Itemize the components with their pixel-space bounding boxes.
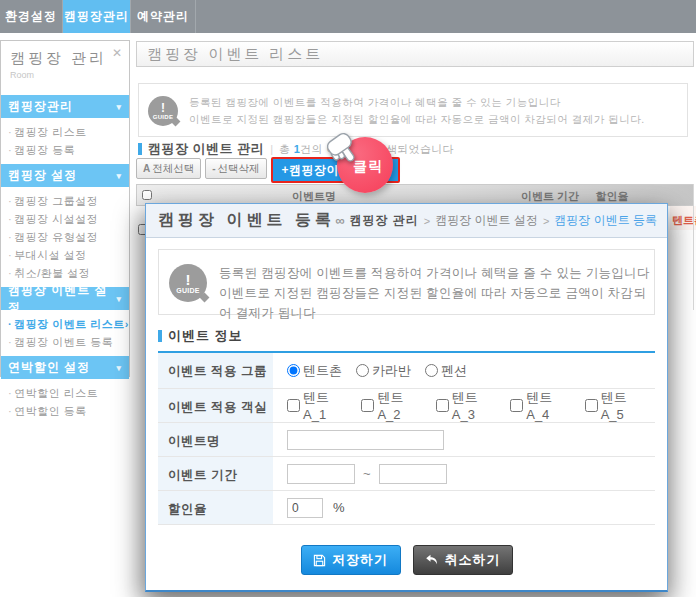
bullet-icon: ·	[8, 126, 12, 138]
plus-icon: +	[282, 163, 290, 177]
count-prefix: 총	[279, 143, 294, 155]
tab-environment-settings[interactable]: 환경설정	[0, 0, 63, 33]
checkbox-label: 텐트A_4	[526, 389, 570, 422]
guide-line-1: 등록된 캠핑장에 이벤트를 적용하여 가격이나 혜택을 줄 수 있는 기능입니다	[219, 263, 654, 283]
checkbox-tent-a4[interactable]	[510, 399, 523, 412]
period-start-input[interactable]	[287, 464, 355, 484]
radio-option-tent-village[interactable]: 텐트촌	[287, 362, 342, 380]
sidebar-item-label: 부대시설 설정	[14, 249, 87, 261]
event-register-modal: 캠핑장 이벤트 등록 ∞ 캠핑장 관리 > 캠핑장 이벤트 설정 > 캠핑장 이…	[145, 203, 668, 592]
radio-option-caravan[interactable]: 카라반	[356, 362, 411, 380]
checkbox-option-tent-a2[interactable]: 텐트A_2	[361, 389, 421, 422]
radio-tent-village[interactable]	[287, 364, 300, 377]
tab-campsite-management[interactable]: 캠핑장관리	[63, 0, 131, 33]
percent-unit: %	[333, 500, 345, 515]
field-label: 이벤트명	[158, 423, 273, 456]
cancel-button[interactable]: 취소하기	[413, 545, 513, 575]
delete-selected-button[interactable]: - 선택삭제	[205, 158, 266, 179]
sidebar-item-label: 취소/환불 설정	[14, 267, 90, 279]
section-marker-icon	[158, 330, 162, 342]
select-all-button[interactable]: A 전체선택	[136, 158, 201, 179]
breadcrumb-item-2[interactable]: 캠핑장 이벤트 설정	[435, 212, 538, 229]
sidebar-item-group-settings[interactable]: ·캠핑장 그룹설정	[8, 192, 129, 210]
sidebar-section-label: 캠핑장 이벤트 설정	[8, 282, 116, 316]
sidebar: ✕ 캠핑장 관리 Room 캠핑장관리 ▾ ·캠핑장 리스트 ·캠핑장 등록 캠…	[0, 40, 130, 377]
sidebar-item-label: 캠핑장 유형설정	[14, 231, 98, 243]
sidebar-item-type-settings[interactable]: ·캠핑장 유형설정	[8, 228, 129, 246]
checkbox-tent-a3[interactable]	[436, 399, 449, 412]
save-button[interactable]: 저장하기	[301, 545, 401, 575]
modal-title: 캠핑장 이벤트 등록	[158, 210, 335, 231]
select-all-checkbox[interactable]	[142, 190, 152, 200]
bullet-icon: ·	[8, 249, 12, 261]
checkbox-option-tent-a4[interactable]: 텐트A_4	[510, 389, 570, 422]
guide-text: 등록된 캠핑장에 이벤트를 적용하여 가격이나 혜택을 줄 수 있는 기능입니다…	[189, 94, 645, 128]
range-separator: ~	[363, 466, 371, 481]
checkbox-tent-a5[interactable]	[585, 399, 598, 412]
sidebar-item-label: 캠핑장 이벤트 리스트	[14, 318, 125, 330]
close-icon[interactable]: ✕	[112, 46, 122, 60]
chevron-separator: >	[543, 215, 549, 227]
event-info-title: 이벤트 정보	[168, 327, 243, 345]
sidebar-section-label: 연박할인 설정	[8, 359, 90, 376]
chevron-separator: >	[424, 215, 430, 227]
sidebar-item-label: 캠핑장 시설설정	[14, 213, 98, 225]
field-label: 이벤트 적용 객실	[158, 389, 273, 422]
checkbox-option-tent-a3[interactable]: 텐트A_3	[436, 389, 496, 422]
sidebar-item-label: 캠핑장 이벤트 등록	[14, 336, 113, 348]
event-name-input[interactable]	[287, 430, 444, 450]
tab-reservation-management[interactable]: 예약관리	[131, 0, 196, 33]
breadcrumb-item-1[interactable]: 캠핑장 관리	[349, 212, 418, 229]
sidebar-item-facility-settings[interactable]: ·캠핑장 시설설정	[8, 210, 129, 228]
guide-icon: ! GUIDE	[169, 264, 207, 302]
radio-option-pension[interactable]: 펜션	[425, 362, 467, 380]
checkbox-option-tent-a5[interactable]: 텐트A_5	[585, 389, 645, 422]
minus-icon: -	[212, 163, 215, 174]
period-end-input[interactable]	[379, 464, 447, 484]
sidebar-item-event-list[interactable]: ·캠핑장 이벤트 리스트›	[8, 315, 129, 333]
sidebar-section-campsite-settings[interactable]: 캠핑장 설정 ▾	[1, 164, 129, 187]
exclaim-glyph: !	[161, 102, 165, 114]
sidebar-item-amenity-settings[interactable]: ·부대시설 설정	[8, 246, 129, 264]
sidebar-section-campsite-management[interactable]: 캠핑장관리 ▾	[1, 95, 129, 118]
cancel-button-label: 취소하기	[445, 551, 501, 569]
bullet-icon: ·	[8, 318, 12, 330]
checkbox-tent-a1[interactable]	[287, 399, 300, 412]
field-label: 할인율	[158, 491, 273, 524]
sidebar-section-multinight-discount[interactable]: 연박할인 설정 ▾	[1, 356, 129, 379]
checkbox-option-tent-a1[interactable]: 텐트A_1	[287, 389, 347, 422]
checkbox-tent-a2[interactable]	[361, 399, 374, 412]
bullet-icon: ·	[8, 195, 12, 207]
sidebar-section-event-settings[interactable]: 캠핑장 이벤트 설정 ▾	[1, 287, 129, 310]
page-title: 캠핑장 이벤트 리스트	[136, 41, 694, 67]
hand-cursor-icon	[322, 126, 364, 170]
select-all-label: 전체선택	[152, 162, 194, 176]
breadcrumb: ∞ 캠핑장 관리 > 캠핑장 이벤트 설정 > 캠핑장 이벤트 등록	[335, 212, 657, 229]
sidebar-item-campsite-register[interactable]: ·캠핑장 등록	[8, 141, 129, 159]
guide-box: ! GUIDE 등록된 캠핑장에 이벤트를 적용하여 가격이나 혜택을 줄 수 …	[138, 83, 688, 137]
field-label: 이벤트 기간	[158, 457, 273, 490]
sidebar-item-campsite-list[interactable]: ·캠핑장 리스트	[8, 123, 129, 141]
sidebar-item-discount-register[interactable]: ·연박할인 등록	[8, 402, 129, 420]
sidebar-item-cancel-refund-settings[interactable]: ·취소/환불 설정	[8, 264, 129, 282]
sidebar-item-label: 연박할인 등록	[14, 405, 87, 417]
sidebar-item-label: 캠핑장 리스트	[14, 126, 87, 138]
bullet-icon: ·	[8, 336, 12, 348]
discount-rate-input[interactable]	[287, 498, 323, 518]
checkbox-label: 텐트A_1	[303, 389, 347, 422]
guide-line-1: 등록된 캠핑장에 이벤트를 적용하여 가격이나 혜택을 줄 수 있는 기능입니다	[189, 94, 645, 111]
column-event-period: 이벤트 기간	[521, 189, 579, 204]
sidebar-item-label: 캠핑장 등록	[14, 144, 75, 156]
section-title: 캠핑장 이벤트 관리	[148, 140, 264, 158]
modal-guide-text: 등록된 캠핑장에 이벤트를 적용하여 가격이나 혜택을 줄 수 있는 기능입니다…	[219, 263, 654, 323]
event-form: 이벤트 적용 그룹 텐트촌 카라반 펜션 이벤트 적용 객실 텐트A_1	[158, 353, 655, 525]
column-event-name: 이벤트명	[292, 189, 336, 204]
sidebar-item-event-register[interactable]: ·캠핑장 이벤트 등록	[8, 333, 129, 351]
sidebar-item-discount-list[interactable]: ·연박할인 리스트	[8, 384, 129, 402]
radio-pension[interactable]	[425, 364, 438, 377]
radio-caravan[interactable]	[356, 364, 369, 377]
guide-line-2: 이벤트로 지정된 캠핑장들은 지정된 할인율에 따라 자동으로 금액이 차감되어…	[189, 111, 645, 128]
form-row-group: 이벤트 적용 그룹 텐트촌 카라반 펜션	[158, 353, 655, 389]
chevron-right-icon: ›	[125, 318, 129, 330]
sidebar-item-label: 캠핑장 그룹설정	[14, 195, 98, 207]
